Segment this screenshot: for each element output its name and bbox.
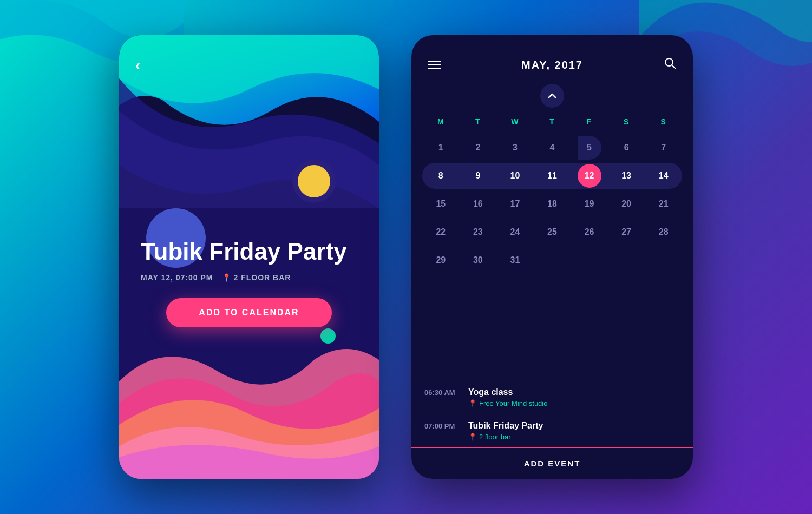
calendar-week-1: 1 2 3 4 5 6 7 (422, 135, 682, 161)
day-4[interactable]: 4 (540, 136, 564, 160)
calendar-week-5: 29 30 31 (422, 247, 682, 273)
event-location: 📍 2 FLOOR BAR (222, 273, 291, 282)
day-27[interactable]: 27 (614, 220, 638, 244)
event-time-yoga: 06:30 AM (424, 387, 460, 397)
day-20[interactable]: 20 (614, 192, 638, 216)
prev-month-button[interactable] (540, 84, 564, 108)
menu-line-1 (428, 61, 441, 62)
event-location-text-party: 2 floor bar (479, 433, 511, 441)
calendar-header: MAY, 2017 (411, 35, 693, 84)
calendar-nav-up (411, 84, 693, 108)
calendar-week-4: 22 23 24 25 26 27 28 (422, 219, 682, 245)
day-18[interactable]: 18 (540, 192, 564, 216)
day-empty-4 (652, 248, 676, 272)
events-section: 06:30 AM Yoga class 📍 Free Your Mind stu… (411, 372, 693, 447)
day-label-s2: S (645, 113, 682, 130)
event-name-yoga: Yoga class (468, 387, 680, 397)
day-2[interactable]: 2 (466, 136, 490, 160)
day-16[interactable]: 16 (466, 192, 490, 216)
day-3[interactable]: 3 (503, 136, 527, 160)
svg-line-2 (672, 65, 676, 69)
event-title: Tubik Friday Party (135, 239, 363, 265)
event-info-yoga: Yoga class 📍 Free Your Mind studio (468, 387, 680, 407)
day-17[interactable]: 17 (503, 192, 527, 216)
day-24[interactable]: 24 (503, 220, 527, 244)
search-icon[interactable] (664, 57, 677, 73)
calendar-grid: M T W T F S S 1 2 3 4 5 6 7 8 9 (411, 113, 693, 372)
event-detail-screen: ‹ Tubik Friday Party MAY 12, 07:00 PM 📍 … (119, 35, 379, 479)
day-8[interactable]: 8 (429, 164, 453, 188)
location-text: 2 FLOOR BAR (234, 273, 291, 282)
day-29[interactable]: 29 (429, 248, 453, 272)
day-13[interactable]: 13 (614, 164, 638, 188)
day-label-t1: T (460, 113, 497, 130)
day-12-today[interactable]: 12 (578, 164, 601, 188)
day-22[interactable]: 22 (429, 220, 453, 244)
cards-container: ‹ Tubik Friday Party MAY 12, 07:00 PM 📍 … (119, 35, 693, 479)
day-23[interactable]: 23 (466, 220, 490, 244)
event-meta: MAY 12, 07:00 PM 📍 2 FLOOR BAR (135, 273, 363, 282)
pin-icon-party: 📍 (468, 433, 477, 441)
day-25[interactable]: 25 (540, 220, 564, 244)
event-date: MAY 12, 07:00 PM (141, 273, 213, 282)
add-event-button[interactable]: ADD EVENT (411, 447, 693, 479)
event-location-text-yoga: Free Your Mind studio (479, 399, 547, 407)
back-button[interactable]: ‹ (135, 57, 140, 74)
day-label-s1: S (608, 113, 645, 130)
event-item-party[interactable]: 07:00 PM Tubik Friday Party 📍 2 floor ba… (424, 414, 680, 447)
calendar-screen: MAY, 2017 M T W T (411, 35, 693, 479)
calendar-day-labels: M T W T F S S (422, 113, 682, 130)
event-location-party: 📍 2 floor bar (468, 433, 680, 441)
day-label-t2: T (534, 113, 571, 130)
calendar-week-3: 15 16 17 18 19 20 21 (422, 191, 682, 217)
add-to-calendar-button[interactable]: ADD TO CALENDAR (166, 298, 331, 327)
day-6[interactable]: 6 (614, 136, 638, 160)
day-label-m: M (422, 113, 460, 130)
day-empty-1 (540, 248, 564, 272)
day-11[interactable]: 11 (540, 164, 564, 188)
day-5[interactable]: 5 (578, 136, 601, 160)
calendar-week-2-highlighted: 8 9 10 11 12 13 14 (422, 163, 682, 189)
day-7[interactable]: 7 (652, 136, 676, 160)
day-9[interactable]: 9 (466, 164, 490, 188)
event-location-yoga: 📍 Free Your Mind studio (468, 399, 680, 407)
day-empty-2 (578, 248, 601, 272)
day-label-w: W (496, 113, 534, 130)
calendar-month-title: MAY, 2017 (521, 59, 583, 71)
day-19[interactable]: 19 (578, 192, 601, 216)
event-content: Tubik Friday Party MAY 12, 07:00 PM 📍 2 … (119, 228, 379, 338)
day-label-f: F (571, 113, 608, 130)
day-15[interactable]: 15 (429, 192, 453, 216)
day-21[interactable]: 21 (652, 192, 676, 216)
day-26[interactable]: 26 (578, 220, 601, 244)
decoration-yellow-circle (298, 165, 330, 197)
menu-button[interactable] (428, 61, 441, 69)
day-31[interactable]: 31 (503, 248, 527, 272)
day-14[interactable]: 14 (652, 164, 676, 188)
day-empty-3 (614, 248, 638, 272)
event-item-yoga[interactable]: 06:30 AM Yoga class 📍 Free Your Mind stu… (424, 381, 680, 414)
day-30[interactable]: 30 (466, 248, 490, 272)
day-28[interactable]: 28 (652, 220, 676, 244)
day-1[interactable]: 1 (429, 136, 453, 160)
menu-line-3 (428, 68, 441, 69)
event-info-party: Tubik Friday Party 📍 2 floor bar (468, 421, 680, 441)
pin-icon-yoga: 📍 (468, 399, 477, 407)
event-time-party: 07:00 PM (424, 421, 460, 430)
pin-icon: 📍 (222, 273, 232, 282)
day-10[interactable]: 10 (503, 164, 527, 188)
menu-line-2 (428, 64, 441, 65)
event-name-party: Tubik Friday Party (468, 421, 680, 431)
